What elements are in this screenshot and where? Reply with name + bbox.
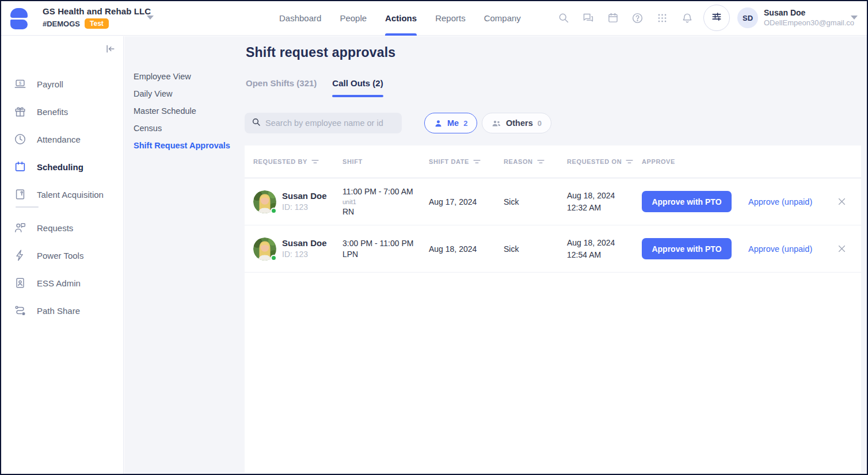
search-input[interactable]	[265, 118, 395, 128]
user-caret-down-icon[interactable]	[851, 16, 858, 20]
nav-actions[interactable]: Actions	[385, 0, 417, 36]
table-header-row: Requested By Shift Shift Date Reason	[245, 145, 861, 178]
dismiss-x-icon[interactable]	[836, 243, 847, 255]
sidebar-item-talent-acquisition[interactable]: Talent Acquisition	[0, 181, 123, 208]
employee-id: ID: 123	[282, 249, 327, 260]
requested-on-cell: Aug 18, 2024 12:54 AM	[567, 237, 642, 261]
preferences-sliders-button[interactable]	[703, 5, 730, 31]
nav-people[interactable]: People	[340, 0, 367, 36]
sidebar-item-label: Attendance	[37, 135, 81, 144]
user-email: ODellEmpeon30@gmail.co	[764, 18, 854, 28]
company-code: #DEMOGS	[43, 20, 80, 28]
column-header-requested-on[interactable]: Requested On	[567, 158, 642, 165]
nav-dashboard[interactable]: Dashboard	[279, 0, 321, 36]
shift-cell: 3:00 PM - 11:00 PM LPN	[342, 238, 429, 260]
column-header-shift-date[interactable]: Shift Date	[429, 158, 504, 165]
dismiss-x-icon[interactable]	[836, 196, 847, 208]
top-navigation: Dashboard People Actions Reports Company	[279, 0, 521, 36]
column-header-requested-by[interactable]: Requested By	[253, 158, 342, 165]
sidebar-item-scheduling[interactable]: Scheduling	[0, 153, 123, 181]
user-info[interactable]: Susan Doe ODellEmpeon30@gmail.co	[764, 7, 854, 28]
badge-book-icon	[14, 188, 26, 201]
bell-icon[interactable]	[681, 12, 693, 24]
apps-grid-icon[interactable]	[656, 12, 668, 24]
employee-name[interactable]: Susan Doe	[282, 238, 327, 249]
lightning-icon	[14, 249, 26, 262]
subnav-employee-view[interactable]: Employee View	[134, 68, 243, 85]
employee-cell: Susan Doe ID: 123	[253, 190, 342, 213]
filter-icon[interactable]	[537, 159, 545, 164]
column-header-approve: Approve	[642, 158, 847, 165]
requested-on-cell: Aug 18, 2024 12:32 AM	[567, 190, 642, 214]
app-window: GS Health and Rehab LLC #DEMOGS Test Das…	[0, 0, 868, 475]
route-icon	[14, 304, 26, 317]
sidebar-item-label: Path Share	[37, 306, 80, 316]
gift-icon	[14, 105, 26, 118]
env-badge: Test	[85, 18, 109, 29]
subnav-master-schedule[interactable]: Master Schedule	[134, 102, 243, 120]
filter-icon[interactable]	[311, 159, 319, 164]
top-header: GS Health and Rehab LLC #DEMOGS Test Das…	[0, 0, 868, 36]
filter-icon[interactable]	[626, 159, 633, 164]
nav-reports[interactable]: Reports	[435, 0, 466, 36]
people-icon	[492, 119, 501, 128]
sidebar-item-label: Payroll	[37, 79, 63, 89]
sidebar-item-attendance[interactable]: Attendance	[0, 125, 123, 153]
filter-chip-others[interactable]: Others 0	[482, 113, 551, 133]
employee-avatar[interactable]	[253, 190, 276, 213]
sidebar-item-ess-admin[interactable]: ESS Admin	[0, 269, 123, 297]
company-caret-down-icon[interactable]	[147, 16, 154, 20]
logo-top-shape	[10, 8, 28, 18]
chip-label: Me	[447, 118, 459, 128]
shift-date-cell: Aug 17, 2024	[429, 197, 504, 206]
chat-icon[interactable]	[582, 12, 594, 24]
approve-unpaid-link[interactable]: Approve (unpaid)	[748, 244, 812, 254]
employee-name[interactable]: Susan Doe	[282, 190, 327, 202]
sidebar-item-label: Power Tools	[37, 251, 83, 261]
shift-role: LPN	[342, 249, 429, 260]
sidebar-item-path-share[interactable]: Path Share	[0, 297, 123, 324]
app-logo-icon[interactable]	[10, 8, 28, 29]
requested-on-date: Aug 18, 2024	[567, 237, 642, 249]
online-status-dot	[271, 208, 277, 214]
company-selector[interactable]: GS Health and Rehab LLC #DEMOGS Test	[43, 6, 151, 29]
sidebar-item-label: Talent Acquisition	[37, 190, 104, 200]
subnav-shift-request-approvals[interactable]: Shift Request Approvals	[134, 137, 243, 154]
shift-cell: 11:00 PM - 7:00 AM unit1 RN	[342, 186, 429, 217]
tab-call-outs[interactable]: Call Outs (2)	[332, 78, 383, 97]
main-area: Employee View Daily View Master Schedule…	[124, 36, 868, 475]
table-row: Susan Doe ID: 123 11:00 PM - 7:00 AM uni…	[245, 178, 861, 225]
requested-on-date: Aug 18, 2024	[567, 190, 642, 202]
user-avatar[interactable]: SD	[737, 7, 758, 28]
sidebar-item-payroll[interactable]: $ Payroll	[0, 70, 123, 98]
subnav-census[interactable]: Census	[134, 120, 243, 137]
sliders-icon	[711, 11, 722, 25]
sidebar-item-power-tools[interactable]: Power Tools	[0, 242, 123, 269]
search-icon[interactable]	[557, 12, 569, 24]
filter-chip-me[interactable]: Me 2	[424, 113, 477, 133]
sidebar-item-benefits[interactable]: Benefits	[0, 98, 123, 125]
calendar-icon[interactable]	[607, 12, 619, 24]
nav-company[interactable]: Company	[484, 0, 521, 36]
table-row: Susan Doe ID: 123 3:00 PM - 11:00 PM LPN…	[245, 225, 861, 273]
approve-cell: Approve with PTO Approve (unpaid)	[642, 238, 847, 259]
sidebar-collapse-icon[interactable]	[105, 43, 116, 55]
approve-unpaid-link[interactable]: Approve (unpaid)	[748, 197, 812, 206]
id-card-icon	[14, 277, 26, 289]
sidebar-item-label: ESS Admin	[37, 278, 81, 288]
employee-avatar[interactable]	[253, 238, 276, 261]
sidebar-item-requests[interactable]: Requests	[0, 214, 123, 242]
help-icon[interactable]	[631, 12, 644, 24]
employee-id: ID: 123	[282, 202, 327, 213]
approve-with-pto-button[interactable]: Approve with PTO	[642, 238, 732, 259]
subnav-daily-view[interactable]: Daily View	[134, 85, 243, 102]
search-box[interactable]	[245, 113, 402, 133]
column-header-reason[interactable]: Reason	[504, 158, 567, 165]
tab-open-shifts[interactable]: Open Shifts (321)	[246, 78, 317, 97]
approve-with-pto-button[interactable]: Approve with PTO	[642, 191, 732, 212]
main-sidebar: $ Payroll Benefits Attendance	[0, 36, 124, 475]
approvals-table: Requested By Shift Shift Date Reason	[245, 145, 861, 473]
person-icon	[434, 119, 443, 128]
filter-icon[interactable]	[473, 159, 481, 164]
shift-unit: unit1	[342, 197, 429, 206]
